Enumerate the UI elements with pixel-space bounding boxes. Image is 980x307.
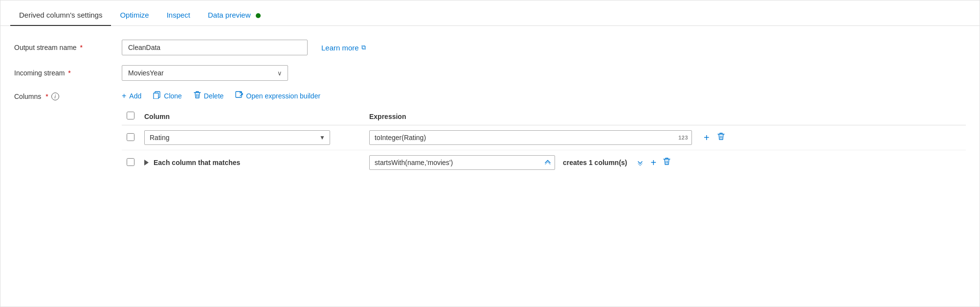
tab-inspect[interactable]: Inspect	[158, 5, 199, 26]
output-stream-label: Output stream name *	[14, 44, 122, 51]
match-delete-button[interactable]	[662, 156, 671, 169]
table-header-row: Column Expression	[122, 108, 966, 125]
match-row-actions: +	[635, 156, 672, 169]
row1-checkbox-cell	[122, 125, 139, 150]
expression-builder-icon	[235, 91, 243, 101]
incoming-stream-label: Incoming stream *	[14, 69, 122, 77]
info-icon[interactable]: i	[51, 93, 59, 100]
row1-expression-badge: 123	[678, 135, 688, 141]
expression-header: Expression	[364, 108, 966, 125]
match-column-cell: Each column that matches	[139, 150, 364, 175]
columns-toolbar: + Add Clone	[122, 91, 966, 101]
tab-bar: Derived column's settings Optimize Inspe…	[0, 0, 980, 26]
select-all-header	[122, 108, 139, 125]
select-all-checkbox[interactable]	[127, 112, 134, 119]
row1-column-select[interactable]: Rating	[144, 130, 330, 145]
column-header: Column	[139, 108, 364, 125]
row1-column-dropdown-wrap: Rating ▼	[144, 130, 330, 145]
tab-derived-column-settings[interactable]: Derived column's settings	[10, 5, 111, 26]
match-add-button[interactable]: +	[650, 156, 658, 169]
columns-content: + Add Clone	[122, 91, 966, 175]
columns-label: Columns * i	[14, 91, 122, 100]
tab-data-preview[interactable]: Data preview	[199, 5, 269, 26]
match-checkbox[interactable]	[127, 158, 134, 166]
table-row: Rating ▼ 123	[122, 125, 966, 150]
row1-add-button[interactable]: +	[703, 131, 711, 144]
match-expression-input[interactable]	[369, 155, 555, 170]
add-button[interactable]: + Add	[122, 92, 141, 100]
row1-expression-input[interactable]	[369, 130, 692, 145]
svg-rect-1	[154, 93, 158, 99]
row1-column-cell: Rating ▼	[139, 125, 364, 150]
required-star-output: *	[78, 44, 83, 51]
row1-plus-icon: +	[704, 132, 710, 143]
match-checkbox-cell	[122, 150, 139, 175]
main-container: Derived column's settings Optimize Inspe…	[0, 0, 980, 307]
match-trash-icon	[663, 157, 670, 168]
delete-icon	[194, 91, 201, 101]
row1-checkbox[interactable]	[127, 133, 134, 141]
match-expression-cell: creates 1 column(s)	[364, 150, 966, 175]
columns-section: Columns * i + Add	[14, 91, 966, 175]
content-area: Output stream name * Learn more ⧉ Incomi…	[0, 26, 980, 189]
add-icon: +	[122, 92, 126, 100]
tab-optimize[interactable]: Optimize	[111, 5, 157, 26]
row1-trash-icon	[717, 132, 725, 143]
match-input-wrap	[369, 155, 555, 170]
match-row: Each column that matches	[122, 150, 966, 175]
clone-button[interactable]: Clone	[153, 91, 182, 101]
clone-icon	[153, 91, 161, 101]
open-expression-builder-button[interactable]: Open expression builder	[235, 91, 320, 101]
output-stream-row: Output stream name * Learn more ⧉	[14, 40, 966, 55]
incoming-stream-row: Incoming stream * MoviesYear ∨	[14, 65, 966, 81]
delete-button[interactable]: Delete	[194, 91, 223, 101]
required-star-incoming: *	[66, 69, 70, 77]
match-collapse-icon[interactable]	[544, 159, 551, 167]
output-stream-name-input[interactable]	[122, 40, 308, 55]
each-column-matches-text: Each column that matches	[154, 159, 240, 166]
data-preview-dot	[256, 13, 261, 18]
expand-triangle-icon[interactable]	[144, 160, 149, 165]
external-link-icon: ⧉	[361, 44, 366, 51]
row1-delete-button[interactable]	[716, 131, 726, 144]
required-star-columns: *	[45, 93, 48, 100]
row1-expression-cell: 123 +	[364, 125, 966, 150]
match-plus-icon: +	[651, 157, 657, 168]
columns-table: Column Expression	[122, 108, 966, 175]
match-expand-button[interactable]	[635, 158, 645, 167]
creates-columns-text: creates 1 column(s)	[563, 159, 627, 166]
learn-more-link[interactable]: Learn more ⧉	[321, 44, 366, 52]
incoming-stream-select[interactable]: MoviesYear	[122, 65, 288, 81]
incoming-stream-dropdown-wrap: MoviesYear ∨	[122, 65, 288, 81]
row1-actions: +	[697, 131, 726, 144]
row1-expression-wrap: 123	[369, 130, 692, 145]
